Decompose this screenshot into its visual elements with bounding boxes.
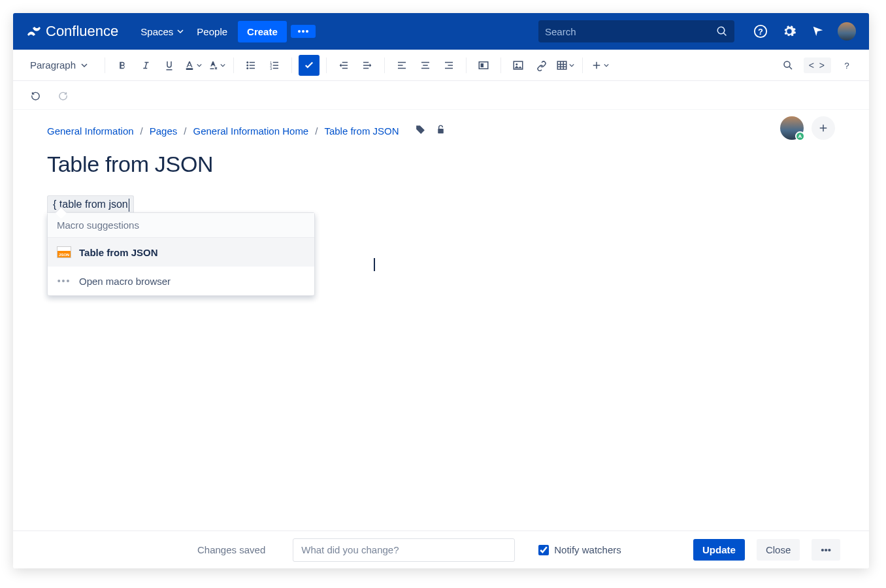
more-menu[interactable] bbox=[291, 25, 316, 38]
svg-rect-32 bbox=[445, 67, 453, 69]
breadcrumb-item[interactable]: Table from JSON bbox=[324, 125, 399, 137]
labels-icon[interactable] bbox=[415, 124, 426, 137]
json-macro-icon bbox=[57, 246, 71, 259]
svg-point-0 bbox=[298, 30, 301, 33]
svg-point-42 bbox=[784, 61, 790, 67]
svg-point-36 bbox=[516, 63, 517, 65]
svg-rect-34 bbox=[481, 63, 484, 67]
undo-button[interactable] bbox=[25, 85, 46, 106]
image-button[interactable] bbox=[508, 55, 529, 76]
svg-rect-11 bbox=[250, 67, 255, 69]
svg-rect-29 bbox=[421, 67, 429, 69]
ellipsis-icon: ••• bbox=[57, 274, 71, 287]
global-search[interactable] bbox=[538, 20, 734, 42]
svg-point-8 bbox=[246, 67, 248, 69]
outdent-button[interactable] bbox=[333, 55, 354, 76]
update-button[interactable]: Update bbox=[693, 539, 745, 561]
editor-content[interactable]: A General Information/ Pages/ General In… bbox=[13, 110, 869, 531]
editor-toolbar: Paragraph 123 < > ? bbox=[13, 50, 869, 81]
find-button[interactable] bbox=[778, 55, 798, 76]
breadcrumb: General Information/ Pages/ General Info… bbox=[47, 124, 835, 137]
save-status: Changes saved bbox=[197, 544, 265, 555]
svg-rect-20 bbox=[342, 67, 348, 69]
notify-watchers-label: Notify watchers bbox=[554, 544, 621, 555]
breadcrumb-item[interactable]: Pages bbox=[150, 125, 178, 137]
redo-button[interactable] bbox=[52, 85, 73, 106]
invite-button[interactable] bbox=[812, 116, 835, 140]
svg-point-6 bbox=[246, 61, 248, 63]
svg-rect-31 bbox=[448, 65, 453, 66]
page-title[interactable]: Table from JSON bbox=[47, 152, 835, 177]
nav-people[interactable]: People bbox=[190, 21, 234, 42]
svg-rect-23 bbox=[363, 67, 369, 69]
bold-button[interactable] bbox=[112, 55, 133, 76]
svg-point-2 bbox=[306, 30, 308, 33]
align-center-button[interactable] bbox=[415, 55, 436, 76]
svg-rect-28 bbox=[423, 65, 428, 66]
svg-line-43 bbox=[789, 67, 792, 69]
svg-text:?: ? bbox=[844, 60, 849, 70]
svg-rect-15 bbox=[273, 61, 278, 63]
layout-button[interactable] bbox=[473, 55, 494, 76]
svg-rect-30 bbox=[445, 61, 453, 63]
notifications-icon[interactable] bbox=[809, 22, 827, 41]
svg-rect-21 bbox=[363, 61, 369, 63]
text-cursor bbox=[374, 258, 375, 271]
product-logo[interactable]: Confluence bbox=[26, 23, 118, 40]
svg-rect-26 bbox=[398, 67, 406, 69]
svg-rect-25 bbox=[398, 65, 403, 66]
avatar-status-badge: A bbox=[795, 131, 805, 141]
svg-rect-9 bbox=[250, 61, 255, 63]
close-button[interactable]: Close bbox=[757, 539, 800, 561]
svg-rect-16 bbox=[273, 65, 278, 66]
align-right-button[interactable] bbox=[438, 55, 459, 76]
help-icon[interactable]: ? bbox=[751, 22, 770, 41]
breadcrumb-item[interactable]: General Information bbox=[47, 125, 134, 137]
svg-rect-10 bbox=[250, 65, 255, 66]
user-avatar[interactable] bbox=[838, 22, 856, 41]
nav-spaces[interactable]: Spaces bbox=[134, 21, 190, 42]
restrictions-icon[interactable] bbox=[435, 124, 446, 137]
block-style-dropdown[interactable]: Paragraph bbox=[25, 57, 93, 73]
italic-button[interactable] bbox=[135, 55, 156, 76]
source-toggle[interactable]: < > bbox=[804, 57, 831, 73]
dropdown-heading: Macro suggestions bbox=[48, 213, 314, 238]
editor-avatar[interactable]: A bbox=[780, 116, 804, 140]
svg-rect-37 bbox=[557, 61, 566, 69]
svg-rect-45 bbox=[438, 129, 444, 133]
editor-footer: Changes saved Notify watchers Update Clo… bbox=[13, 531, 869, 568]
bullet-list-button[interactable] bbox=[240, 55, 261, 76]
numbered-list-button[interactable]: 123 bbox=[264, 55, 285, 76]
macro-suggestions-dropdown: Macro suggestions Table from JSON ••• Op… bbox=[47, 212, 315, 296]
table-button[interactable] bbox=[555, 55, 576, 76]
insert-more-button[interactable] bbox=[589, 55, 610, 76]
svg-point-1 bbox=[302, 30, 304, 33]
indent-button[interactable] bbox=[357, 55, 378, 76]
global-header: Confluence Spaces People Create ? bbox=[13, 13, 869, 50]
product-name: Confluence bbox=[46, 23, 118, 40]
task-list-button[interactable] bbox=[299, 55, 320, 76]
footer-more-button[interactable]: ••• bbox=[812, 539, 840, 561]
editor-help-button[interactable]: ? bbox=[836, 55, 857, 76]
text-color-button[interactable] bbox=[182, 55, 203, 76]
link-button[interactable] bbox=[531, 55, 552, 76]
svg-text:3: 3 bbox=[270, 66, 272, 70]
svg-text:?: ? bbox=[758, 27, 763, 37]
underline-button[interactable] bbox=[159, 55, 180, 76]
svg-rect-17 bbox=[273, 67, 278, 69]
svg-rect-5 bbox=[186, 68, 193, 69]
clear-formatting-button[interactable] bbox=[206, 55, 227, 76]
search-input[interactable] bbox=[545, 26, 716, 37]
notify-watchers-checkbox[interactable] bbox=[538, 545, 549, 555]
settings-icon[interactable] bbox=[780, 22, 798, 41]
align-left-button[interactable] bbox=[391, 55, 412, 76]
create-button[interactable]: Create bbox=[238, 21, 287, 42]
breadcrumb-item[interactable]: General Information Home bbox=[193, 125, 308, 137]
svg-point-7 bbox=[246, 64, 248, 66]
svg-rect-18 bbox=[342, 61, 348, 63]
open-macro-browser[interactable]: ••• Open macro browser bbox=[48, 267, 314, 295]
svg-rect-24 bbox=[398, 61, 406, 63]
macro-suggestion-item[interactable]: Table from JSON bbox=[48, 238, 314, 267]
version-comment-input[interactable] bbox=[293, 538, 515, 562]
editor-toolbar-secondary bbox=[13, 81, 869, 110]
